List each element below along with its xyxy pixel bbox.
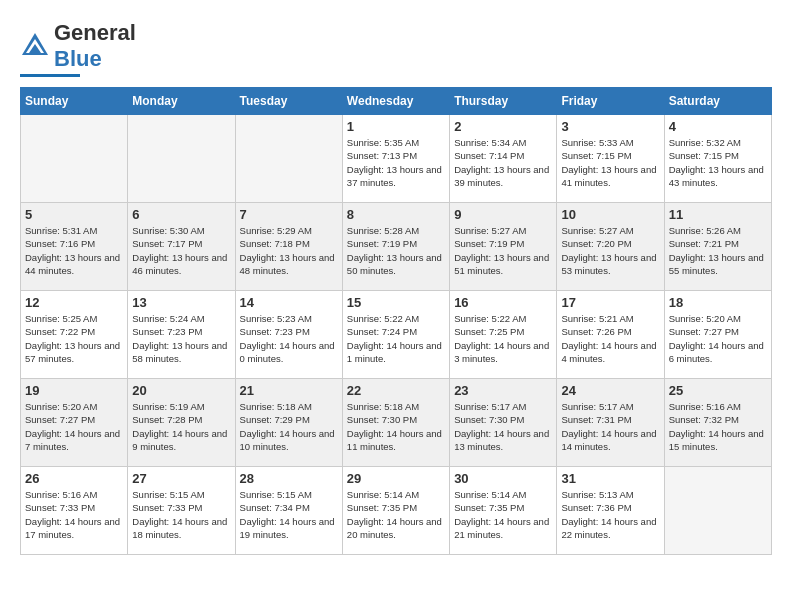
day-info: Sunrise: 5:14 AMSunset: 7:35 PMDaylight:… [347,488,445,541]
day-number: 7 [240,207,338,222]
calendar-day-cell [664,467,771,555]
day-info: Sunrise: 5:16 AMSunset: 7:33 PMDaylight:… [25,488,123,541]
weekday-header-saturday: Saturday [664,88,771,115]
day-number: 24 [561,383,659,398]
calendar-day-cell: 26Sunrise: 5:16 AMSunset: 7:33 PMDayligh… [21,467,128,555]
calendar-day-cell: 11Sunrise: 5:26 AMSunset: 7:21 PMDayligh… [664,203,771,291]
day-number: 16 [454,295,552,310]
day-info: Sunrise: 5:34 AMSunset: 7:14 PMDaylight:… [454,136,552,189]
calendar-day-cell: 31Sunrise: 5:13 AMSunset: 7:36 PMDayligh… [557,467,664,555]
day-info: Sunrise: 5:18 AMSunset: 7:30 PMDaylight:… [347,400,445,453]
calendar-day-cell: 1Sunrise: 5:35 AMSunset: 7:13 PMDaylight… [342,115,449,203]
calendar-day-cell: 6Sunrise: 5:30 AMSunset: 7:17 PMDaylight… [128,203,235,291]
calendar-day-cell: 30Sunrise: 5:14 AMSunset: 7:35 PMDayligh… [450,467,557,555]
day-info: Sunrise: 5:17 AMSunset: 7:30 PMDaylight:… [454,400,552,453]
day-number: 15 [347,295,445,310]
weekday-header-tuesday: Tuesday [235,88,342,115]
day-info: Sunrise: 5:17 AMSunset: 7:31 PMDaylight:… [561,400,659,453]
calendar-day-cell: 14Sunrise: 5:23 AMSunset: 7:23 PMDayligh… [235,291,342,379]
calendar-day-cell: 10Sunrise: 5:27 AMSunset: 7:20 PMDayligh… [557,203,664,291]
day-number: 22 [347,383,445,398]
calendar-day-cell: 9Sunrise: 5:27 AMSunset: 7:19 PMDaylight… [450,203,557,291]
day-number: 5 [25,207,123,222]
day-info: Sunrise: 5:31 AMSunset: 7:16 PMDaylight:… [25,224,123,277]
day-info: Sunrise: 5:23 AMSunset: 7:23 PMDaylight:… [240,312,338,365]
day-number: 18 [669,295,767,310]
day-info: Sunrise: 5:35 AMSunset: 7:13 PMDaylight:… [347,136,445,189]
calendar-day-cell: 3Sunrise: 5:33 AMSunset: 7:15 PMDaylight… [557,115,664,203]
calendar-day-cell: 15Sunrise: 5:22 AMSunset: 7:24 PMDayligh… [342,291,449,379]
day-number: 2 [454,119,552,134]
day-info: Sunrise: 5:29 AMSunset: 7:18 PMDaylight:… [240,224,338,277]
calendar-table: SundayMondayTuesdayWednesdayThursdayFrid… [20,87,772,555]
calendar-week-row: 26Sunrise: 5:16 AMSunset: 7:33 PMDayligh… [21,467,772,555]
day-info: Sunrise: 5:24 AMSunset: 7:23 PMDaylight:… [132,312,230,365]
day-number: 28 [240,471,338,486]
day-info: Sunrise: 5:19 AMSunset: 7:28 PMDaylight:… [132,400,230,453]
calendar-day-cell: 17Sunrise: 5:21 AMSunset: 7:26 PMDayligh… [557,291,664,379]
day-info: Sunrise: 5:15 AMSunset: 7:33 PMDaylight:… [132,488,230,541]
day-info: Sunrise: 5:13 AMSunset: 7:36 PMDaylight:… [561,488,659,541]
day-number: 27 [132,471,230,486]
calendar-day-cell: 5Sunrise: 5:31 AMSunset: 7:16 PMDaylight… [21,203,128,291]
logo: General Blue [20,20,136,77]
weekday-header-friday: Friday [557,88,664,115]
day-info: Sunrise: 5:26 AMSunset: 7:21 PMDaylight:… [669,224,767,277]
day-info: Sunrise: 5:18 AMSunset: 7:29 PMDaylight:… [240,400,338,453]
calendar-day-cell: 8Sunrise: 5:28 AMSunset: 7:19 PMDaylight… [342,203,449,291]
day-number: 21 [240,383,338,398]
day-info: Sunrise: 5:14 AMSunset: 7:35 PMDaylight:… [454,488,552,541]
day-number: 8 [347,207,445,222]
calendar-day-cell: 7Sunrise: 5:29 AMSunset: 7:18 PMDaylight… [235,203,342,291]
day-info: Sunrise: 5:22 AMSunset: 7:25 PMDaylight:… [454,312,552,365]
calendar-day-cell [21,115,128,203]
calendar-day-cell: 19Sunrise: 5:20 AMSunset: 7:27 PMDayligh… [21,379,128,467]
calendar-week-row: 5Sunrise: 5:31 AMSunset: 7:16 PMDaylight… [21,203,772,291]
day-info: Sunrise: 5:32 AMSunset: 7:15 PMDaylight:… [669,136,767,189]
day-number: 11 [669,207,767,222]
calendar-week-row: 19Sunrise: 5:20 AMSunset: 7:27 PMDayligh… [21,379,772,467]
day-number: 31 [561,471,659,486]
day-number: 14 [240,295,338,310]
day-info: Sunrise: 5:15 AMSunset: 7:34 PMDaylight:… [240,488,338,541]
day-info: Sunrise: 5:27 AMSunset: 7:19 PMDaylight:… [454,224,552,277]
calendar-day-cell: 13Sunrise: 5:24 AMSunset: 7:23 PMDayligh… [128,291,235,379]
day-info: Sunrise: 5:20 AMSunset: 7:27 PMDaylight:… [669,312,767,365]
day-info: Sunrise: 5:22 AMSunset: 7:24 PMDaylight:… [347,312,445,365]
day-info: Sunrise: 5:27 AMSunset: 7:20 PMDaylight:… [561,224,659,277]
calendar-day-cell: 28Sunrise: 5:15 AMSunset: 7:34 PMDayligh… [235,467,342,555]
calendar-week-row: 1Sunrise: 5:35 AMSunset: 7:13 PMDaylight… [21,115,772,203]
calendar-day-cell: 4Sunrise: 5:32 AMSunset: 7:15 PMDaylight… [664,115,771,203]
day-info: Sunrise: 5:30 AMSunset: 7:17 PMDaylight:… [132,224,230,277]
day-info: Sunrise: 5:20 AMSunset: 7:27 PMDaylight:… [25,400,123,453]
weekday-header-row: SundayMondayTuesdayWednesdayThursdayFrid… [21,88,772,115]
calendar-day-cell: 2Sunrise: 5:34 AMSunset: 7:14 PMDaylight… [450,115,557,203]
weekday-header-sunday: Sunday [21,88,128,115]
day-number: 19 [25,383,123,398]
day-info: Sunrise: 5:16 AMSunset: 7:32 PMDaylight:… [669,400,767,453]
day-number: 4 [669,119,767,134]
calendar-day-cell: 21Sunrise: 5:18 AMSunset: 7:29 PMDayligh… [235,379,342,467]
day-info: Sunrise: 5:33 AMSunset: 7:15 PMDaylight:… [561,136,659,189]
day-number: 3 [561,119,659,134]
calendar-day-cell: 18Sunrise: 5:20 AMSunset: 7:27 PMDayligh… [664,291,771,379]
day-number: 17 [561,295,659,310]
day-number: 23 [454,383,552,398]
weekday-header-monday: Monday [128,88,235,115]
calendar-day-cell: 22Sunrise: 5:18 AMSunset: 7:30 PMDayligh… [342,379,449,467]
day-info: Sunrise: 5:28 AMSunset: 7:19 PMDaylight:… [347,224,445,277]
calendar-day-cell: 12Sunrise: 5:25 AMSunset: 7:22 PMDayligh… [21,291,128,379]
day-number: 13 [132,295,230,310]
weekday-header-thursday: Thursday [450,88,557,115]
day-number: 30 [454,471,552,486]
day-number: 10 [561,207,659,222]
day-number: 25 [669,383,767,398]
calendar-day-cell: 24Sunrise: 5:17 AMSunset: 7:31 PMDayligh… [557,379,664,467]
day-info: Sunrise: 5:21 AMSunset: 7:26 PMDaylight:… [561,312,659,365]
logo-icon [20,29,50,63]
calendar-day-cell: 27Sunrise: 5:15 AMSunset: 7:33 PMDayligh… [128,467,235,555]
weekday-header-wednesday: Wednesday [342,88,449,115]
calendar-day-cell: 23Sunrise: 5:17 AMSunset: 7:30 PMDayligh… [450,379,557,467]
calendar-day-cell: 16Sunrise: 5:22 AMSunset: 7:25 PMDayligh… [450,291,557,379]
day-number: 26 [25,471,123,486]
